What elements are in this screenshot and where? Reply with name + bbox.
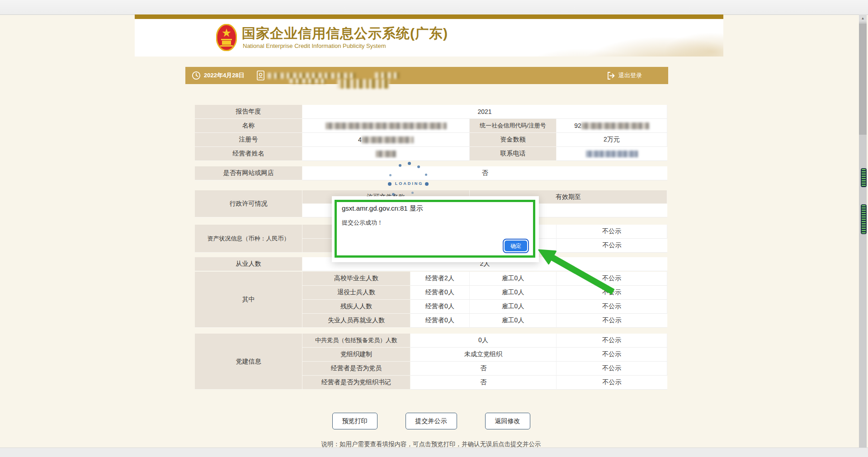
operator-value: [302, 147, 470, 161]
party-row-publicity: 不公示: [557, 362, 667, 376]
alert-dialog-title: gsxt.amr.gd.gov.cn:81 显示: [342, 204, 423, 213]
breakdown-row-name: 退役士兵人数: [302, 286, 410, 300]
capital-value: 2万元: [557, 133, 667, 147]
party-row-value: 否: [410, 376, 557, 390]
party-row-publicity: 不公示: [557, 376, 667, 390]
name-value: [302, 119, 470, 133]
scrollbar-thumb[interactable]: [859, 24, 867, 135]
assets-publicity1: 不公示: [557, 225, 667, 239]
employees-label: 从业人数: [195, 257, 302, 271]
clock-icon: [192, 71, 201, 80]
party-row-value: 未成立党组织: [410, 348, 557, 362]
breakdown-publicity: 不公示: [557, 286, 667, 300]
logout-label: 退出登录: [618, 71, 642, 80]
ok-button-label: 确定: [505, 240, 527, 251]
breakdown-operator: 经营者0人: [410, 286, 470, 300]
capital-label: 资金数额: [470, 133, 557, 147]
preview-print-button[interactable]: 预览打印: [332, 413, 377, 429]
breakdown-operator: 经营者2人: [410, 272, 470, 286]
header-gold-strip: [135, 14, 723, 19]
browser-top-edge: [0, 0, 868, 15]
reg-no-label: 注册号: [195, 133, 302, 147]
site-subtitle: National Enterprise Credit Information P…: [243, 42, 386, 49]
breakdown-publicity: 不公示: [557, 300, 667, 314]
party-label: 党建信息: [195, 334, 302, 390]
national-emblem-icon: [216, 24, 237, 51]
employee-breakdown-table: 其中 高校毕业生人数 经营者2人 雇工0人 不公示 退役士兵人数 经营者0人 雇…: [195, 272, 667, 328]
back-modify-button[interactable]: 返回修改: [485, 413, 530, 429]
party-row-name: 中共党员（包括预备党员）人数: [302, 334, 410, 348]
breakdown-row-name: 残疾人人数: [302, 300, 410, 314]
breakdown-employee: 雇工0人: [470, 300, 557, 314]
name-label: 名称: [195, 119, 302, 133]
phone-value: [557, 147, 667, 161]
page: 国家企业信用信息公示系统(广东) National Enterprise Cre…: [0, 0, 868, 457]
party-row-publicity: 不公示: [557, 348, 667, 362]
id-card-icon: [257, 71, 264, 80]
breakdown-row-name: 高校毕业生人数: [302, 272, 410, 286]
phone-label: 联系电话: [470, 147, 557, 161]
breakdown-employee: 雇工0人: [470, 272, 557, 286]
ok-button[interactable]: 确定: [503, 239, 529, 253]
reg-no-value: 4: [302, 133, 470, 147]
breakdown-publicity: 不公示: [557, 272, 667, 286]
submit-publicity-button[interactable]: 提交并公示: [406, 413, 457, 429]
redacted-account-line2: [289, 79, 326, 84]
site-title: 国家企业信用信息公示系统(广东): [242, 24, 448, 43]
website-table: 是否有网站或网店 否: [195, 166, 667, 180]
logout-button[interactable]: 退出登录: [607, 67, 642, 84]
assets-publicity2: 不公示: [557, 239, 667, 253]
browser-bottom-edge: [0, 448, 868, 457]
redacted-account-extra: [375, 72, 400, 79]
basic-info-table: 报告年度 2021 名称 统一社会信用代码/注册号 92 注册号 4 资金数额 …: [195, 105, 667, 161]
party-row-publicity: 不公示: [557, 334, 667, 348]
redacted-account-name: [268, 73, 356, 79]
credit-code-value: 92: [557, 119, 667, 133]
date-item: 2022年4月28日: [192, 67, 245, 84]
party-row-name: 经营者是否为党组织书记: [302, 376, 410, 390]
loading-label: LOADING: [393, 181, 425, 186]
report-year-label: 报告年度: [195, 105, 302, 119]
breakdown-label: 其中: [195, 272, 302, 328]
party-row-value: 0人: [410, 334, 557, 348]
party-row-value: 否: [410, 362, 557, 376]
breakdown-row-name: 失业人员再就业人数: [302, 314, 410, 328]
party-table: 党建信息 中共党员（包括预备党员）人数 0人 不公示 党组织建制 未成立党组织 …: [195, 334, 667, 390]
assets-label: 资产状况信息（币种：人民币）: [195, 225, 302, 253]
redacted-account-line2b: [337, 79, 389, 89]
party-row-name: 经营者是否为党员: [302, 362, 410, 376]
footer-note: 说明：如用户需要查看填报内容，可点击预览打印，并确认无误后点击提交并公示: [195, 440, 667, 448]
current-date: 2022年4月28日: [204, 71, 245, 80]
breakdown-operator: 经营者0人: [410, 314, 470, 328]
license-label: 行政许可情况: [195, 190, 302, 217]
breakdown-employee: 雇工0人: [470, 286, 557, 300]
scrollbar-up-arrow-icon[interactable]: ▲: [859, 14, 867, 22]
alert-dialog-message: 提交公示成功！: [342, 219, 383, 227]
credit-code-label: 统一社会信用代码/注册号: [470, 119, 557, 133]
alert-dialog: gsxt.amr.gd.gov.cn:81 显示 提交公示成功！ 确定: [332, 196, 539, 262]
party-row-name: 党组织建制: [302, 348, 410, 362]
breakdown-employee: 雇工0人: [470, 314, 557, 328]
logout-icon: [607, 71, 615, 80]
scroll-marker-badge: [861, 204, 867, 234]
scroll-marker-badge: [861, 168, 867, 187]
website-label: 是否有网站或网店: [195, 166, 302, 180]
action-buttons: 预览打印 提交并公示 返回修改: [195, 413, 667, 429]
website-value: 否: [302, 166, 667, 180]
operator-label: 经营者姓名: [195, 147, 302, 161]
site-header: 国家企业信用信息公示系统(广东) National Enterprise Cre…: [135, 19, 723, 57]
user-bar: 2022年4月28日 退出登录: [185, 67, 668, 84]
report-year-value: 2021: [302, 105, 667, 119]
breakdown-publicity: 不公示: [557, 314, 667, 328]
header-artwork: [488, 19, 723, 57]
breakdown-operator: 经营者0人: [410, 300, 470, 314]
